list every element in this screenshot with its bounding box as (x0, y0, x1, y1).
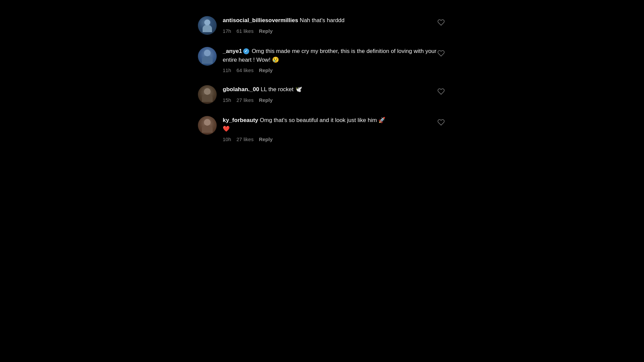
comment-content: antisocial_billiesovermillies Nah that's… (223, 16, 446, 34)
comment-time: 10h (223, 136, 231, 142)
username: ky_forbeauty (223, 117, 258, 123)
like-button[interactable] (436, 86, 446, 98)
avatar (198, 116, 217, 135)
username: gbolahan._00 (223, 86, 259, 93)
heart-icon (437, 19, 445, 26)
comment-item: antisocial_billiesovermillies Nah that's… (198, 10, 446, 41)
reply-button[interactable]: Reply (259, 97, 273, 103)
comment-likes: 27 likes (236, 136, 254, 142)
comment-time: 11h (223, 67, 231, 73)
avatar (198, 16, 217, 35)
avatar (198, 85, 217, 104)
comment-item: gbolahan._00 LL the rocket 🕊️ 15h 27 lik… (198, 79, 446, 110)
reply-button[interactable]: Reply (259, 136, 273, 142)
like-button[interactable] (436, 48, 446, 59)
comment-content: _anye1 Omg this made me cry my brother, … (223, 47, 446, 73)
comment-meta: 15h 27 likes Reply (223, 97, 446, 103)
comment-body: Nah that's harddd (298, 17, 344, 23)
heart-icon (437, 50, 445, 57)
heart-icon (437, 88, 445, 95)
comment-likes: 27 likes (236, 97, 254, 103)
comment-body: Omg this made me cry my brother, this is… (223, 48, 436, 63)
avatar (198, 47, 217, 66)
comment-content: ky_forbeauty Omg that's so beautiful and… (223, 116, 446, 142)
comment-body: LL the rocket 🕊️ (259, 86, 302, 93)
like-button[interactable] (436, 117, 446, 128)
comment-item: ky_forbeauty Omg that's so beautiful and… (198, 110, 446, 148)
username: antisocial_billiesovermillies (223, 17, 298, 23)
comment-text: _anye1 Omg this made me cry my brother, … (223, 47, 446, 64)
like-button[interactable] (436, 17, 446, 28)
verified-icon (243, 48, 249, 54)
comment-meta: 10h 27 likes Reply (223, 136, 446, 142)
reply-button[interactable]: Reply (259, 67, 273, 73)
username: _anye1 (223, 48, 242, 54)
comment-item: _anye1 Omg this made me cry my brother, … (198, 41, 446, 79)
comment-meta: 17h 61 likes Reply (223, 28, 446, 34)
comment-likes: 61 likes (236, 28, 254, 34)
comment-text: ky_forbeauty Omg that's so beautiful and… (223, 116, 446, 133)
comment-text: antisocial_billiesovermillies Nah that's… (223, 16, 446, 25)
heart-icon (437, 119, 445, 126)
comment-time: 15h (223, 97, 231, 103)
comment-likes: 64 likes (236, 67, 254, 73)
comment-time: 17h (223, 28, 231, 34)
comments-section: antisocial_billiesovermillies Nah that's… (198, 3, 446, 155)
comment-content: gbolahan._00 LL the rocket 🕊️ 15h 27 lik… (223, 85, 446, 103)
comment-text: gbolahan._00 LL the rocket 🕊️ (223, 85, 446, 94)
comment-meta: 11h 64 likes Reply (223, 67, 446, 73)
reply-button[interactable]: Reply (259, 28, 273, 34)
